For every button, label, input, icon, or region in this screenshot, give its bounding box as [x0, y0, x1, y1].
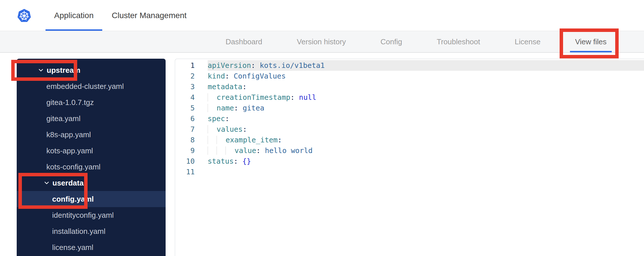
line-number: 7	[175, 125, 208, 133]
code-text: spec:	[208, 113, 644, 124]
tab-config[interactable]: Config	[375, 31, 407, 53]
primary-nav: Application Cluster Management	[46, 0, 195, 31]
tree-file-license.yaml[interactable]: license.yaml	[17, 239, 166, 255]
tab-application[interactable]: Application	[46, 0, 102, 31]
code-line-9[interactable]: 9 value: hello world	[175, 145, 644, 156]
tree-file-identityconfig.yaml[interactable]: identityconfig.yaml	[17, 207, 166, 223]
tree-file-gitea.yaml[interactable]: gitea.yaml	[17, 110, 166, 127]
indent-guide	[208, 104, 217, 112]
tab-view-files[interactable]: View files	[570, 31, 612, 53]
line-number: 4	[175, 93, 208, 102]
tree-item-label: k8s-app.yaml	[46, 130, 91, 139]
code-line-2[interactable]: 2kind: ConfigValues	[175, 71, 644, 81]
indent-guide	[208, 93, 217, 102]
chevron-down-icon	[39, 69, 44, 72]
tree-folder-userdata[interactable]: userdata	[17, 175, 166, 191]
tab-cluster-management[interactable]: Cluster Management	[103, 0, 195, 31]
line-number: 2	[175, 72, 208, 80]
indent-guide	[226, 146, 234, 155]
chevron-down-icon	[44, 182, 50, 184]
tab-license[interactable]: License	[509, 31, 546, 53]
line-number: 3	[175, 83, 208, 91]
tree-file-config.yaml[interactable]: config.yaml	[17, 191, 166, 207]
indent-guide	[208, 136, 217, 144]
tree-item-label: kots-app.yaml	[46, 146, 93, 155]
code-text: example_item:	[208, 135, 644, 145]
code-line-1[interactable]: 1apiVersion: kots.io/v1beta1	[175, 60, 644, 71]
code-line-10[interactable]: 10status: {}	[175, 156, 644, 167]
code-text: metadata:	[208, 81, 644, 92]
code-line-8[interactable]: 8 example_item:	[175, 135, 644, 145]
line-number: 11	[175, 168, 208, 176]
kots-admin-console: Application Cluster Management Dashboard…	[0, 0, 644, 256]
code-text: apiVersion: kots.io/v1beta1	[208, 60, 644, 71]
tree-item-label: gitea.yaml	[46, 114, 81, 123]
code-text: value: hello world	[208, 145, 644, 156]
tree-file-kots-config.yaml[interactable]: kots-config.yaml	[17, 159, 166, 175]
tree-item-label: identityconfig.yaml	[52, 211, 114, 220]
tree-file-installation.yaml[interactable]: installation.yaml	[17, 223, 166, 239]
tab-dashboard[interactable]: Dashboard	[220, 31, 267, 53]
tree-file-k8s-app.yaml[interactable]: k8s-app.yaml	[17, 127, 166, 143]
file-tree-sidebar: upstreamembedded-cluster.yamlgitea-1.0.7…	[17, 59, 166, 256]
code-line-6[interactable]: 6spec:	[175, 113, 644, 124]
tab-troubleshoot[interactable]: Troubleshoot	[431, 31, 485, 53]
indent-guide	[217, 146, 226, 155]
code-line-7[interactable]: 7 values:	[175, 124, 644, 135]
tree-file-embedded-cluster.yaml[interactable]: embedded-cluster.yaml	[17, 78, 166, 94]
code-line-5[interactable]: 5 name: gitea	[175, 103, 644, 113]
line-number: 10	[175, 157, 208, 165]
code-line-4[interactable]: 4 creationTimestamp: null	[175, 92, 644, 103]
line-number: 8	[175, 136, 208, 144]
line-number: 5	[175, 104, 208, 112]
code-text: values:	[208, 124, 644, 135]
line-number: 6	[175, 114, 208, 123]
app-header: Application Cluster Management	[0, 0, 644, 31]
code-text: status: {}	[208, 156, 644, 167]
line-number: 1	[175, 61, 208, 70]
tree-file-kots-app.yaml[interactable]: kots-app.yaml	[17, 143, 166, 159]
indent-guide	[208, 146, 217, 155]
code-line-11[interactable]: 11	[175, 167, 644, 177]
indent-guide	[217, 136, 226, 144]
line-number: 9	[175, 146, 208, 155]
tree-item-label: userdata	[52, 179, 84, 188]
code-text: kind: ConfigValues	[208, 71, 644, 81]
code-text: creationTimestamp: null	[208, 92, 644, 103]
tree-item-label: kots-config.yaml	[46, 163, 101, 171]
code-line-3[interactable]: 3metadata:	[175, 81, 644, 92]
kubernetes-logo-icon	[17, 9, 31, 23]
tree-file-gitea-1.0.7.tgz[interactable]: gitea-1.0.7.tgz	[17, 94, 166, 110]
tree-item-label: gitea-1.0.7.tgz	[46, 98, 94, 107]
tree-folder-upstream[interactable]: upstream	[17, 62, 166, 78]
code-text: name: gitea	[208, 103, 644, 113]
tree-item-label: embedded-cluster.yaml	[46, 82, 124, 91]
tree-item-label: upstream	[47, 66, 80, 75]
app-subnav: Dashboard Version history Config Trouble…	[0, 31, 644, 53]
tree-item-label: installation.yaml	[52, 227, 105, 236]
tab-version-history[interactable]: Version history	[292, 31, 351, 53]
indent-guide	[208, 125, 217, 133]
tree-item-label: config.yaml	[52, 195, 94, 204]
yaml-editor[interactable]: 1apiVersion: kots.io/v1beta12kind: Confi…	[175, 59, 644, 256]
code-text	[208, 167, 644, 177]
tree-item-label: license.yaml	[52, 243, 93, 252]
